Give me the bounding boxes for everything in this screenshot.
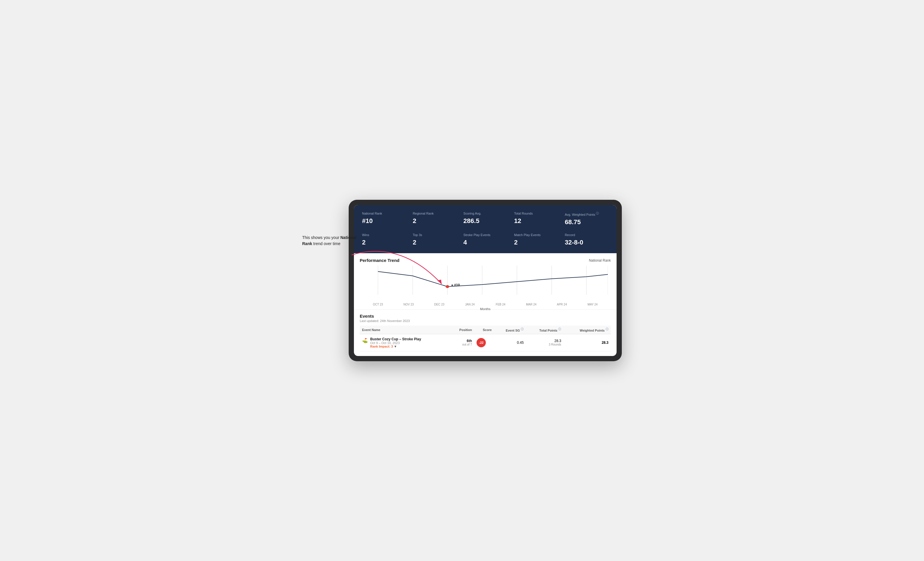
rank-impact: Rank Impact: 3 ▼ [370,345,421,348]
perf-legend: National Rank [589,259,611,262]
svg-text:● #10: ● #10 [451,283,460,287]
x-label-apr24: APR 24 [546,303,578,306]
events-title: Events [360,314,611,319]
event-date: Oct 9 – Oct 10, 2023 [370,341,421,345]
event-name-cell: ⛳ Buster Cozy Cup – Stroke Play Oct 9 – … [360,334,450,351]
stat-scoring-avg: Scoring Avg. 286.5 [460,209,510,228]
x-label-mar24: MAR 24 [516,303,547,306]
event-name: Buster Cozy Cup – Stroke Play [370,337,421,341]
event-sg: 0.45 [494,334,526,351]
performance-trend-section: Performance Trend National Rank [354,253,616,310]
tablet-screen: National Rank #10 Regional Rank 2 Scorin… [354,205,616,356]
x-label-may24: MAY 24 [578,303,608,306]
x-label-dec23: DEC 23 [424,303,455,306]
stat-top3s: Top 3s 2 [409,230,460,248]
chart-area: ● #10 OCT 23 NOV 23 DEC 23 JAN 24 FEB 24… [363,266,608,306]
perf-title: Performance Trend [360,258,399,263]
stat-total-rounds: Total Rounds 12 [510,209,561,228]
chart-datapoint [446,285,449,288]
golf-icon: ⛳ [362,338,368,343]
events-section: Events Last updated: 24th November 2023 … [354,310,616,355]
event-total-points: 28.3 3 Rounds [526,334,563,351]
stat-avg-weighted-points: Avg. Weighted Points ⓘ 68.75 [561,209,612,228]
event-weighted-points: 28.3 [563,334,611,351]
col-event-sg: Event SG ⓘ [494,326,526,334]
chart-x-labels: OCT 23 NOV 23 DEC 23 JAN 24 FEB 24 MAR 2… [363,302,608,306]
col-score: Score [474,326,494,334]
x-label-feb24: FEB 24 [485,303,516,306]
stat-wins: Wins 2 [358,230,409,248]
events-last-updated: Last updated: 24th November 2023 [360,319,611,323]
stat-record: Record 32-8-0 [561,230,612,248]
x-label-jan24: JAN 24 [455,303,486,306]
col-weighted-points: Weighted Points ⓘ [563,326,611,334]
tablet-frame: National Rank #10 Regional Rank 2 Scorin… [349,200,622,361]
stat-match-play-events: Match Play Events 2 [510,230,561,248]
event-score: -22 [474,334,494,351]
stat-regional-rank: Regional Rank 2 [409,209,460,228]
stats-header: National Rank #10 Regional Rank 2 Scorin… [354,205,616,253]
stats-row-2: Wins 2 Top 3s 2 Stroke Play Events 4 Mat… [358,230,612,248]
chart-svg: ● #10 [363,266,608,301]
perf-header: Performance Trend National Rank [360,258,611,263]
table-row: ⛳ Buster Cozy Cup – Stroke Play Oct 9 – … [360,334,611,351]
stat-stroke-play-events: Stroke Play Events 4 [460,230,510,248]
stats-row-1: National Rank #10 Regional Rank 2 Scorin… [358,209,612,228]
page-wrapper: This shows you your National Rank trend … [302,200,622,361]
x-label-nov23: NOV 23 [393,303,424,306]
event-position: 6th out of 7 [450,334,474,351]
events-table: Event Name Position Score Event SG ⓘ Tot… [360,326,611,352]
chart-x-axis-title: Months [363,307,608,311]
col-total-points: Total Points ⓘ [526,326,563,334]
col-position: Position [450,326,474,334]
annotation-text: This shows you your National Rank trend … [302,235,360,247]
x-label-oct23: OCT 23 [363,303,393,306]
col-event-name: Event Name [360,326,450,334]
stat-national-rank: National Rank #10 [358,209,409,228]
